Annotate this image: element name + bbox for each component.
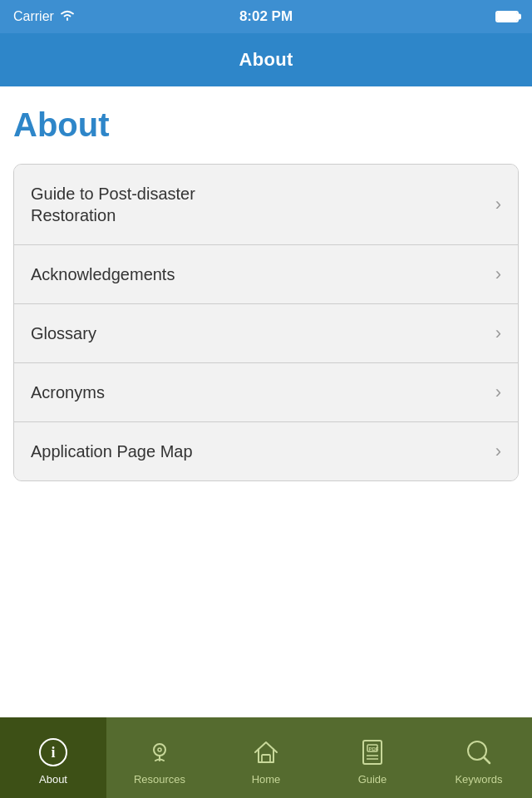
- status-time: 8:02 PM: [239, 8, 293, 25]
- menu-list: Guide to Post-disasterRestoration › Ackn…: [13, 164, 519, 481]
- home-icon: [250, 736, 282, 768]
- tab-resources-label: Resources: [134, 773, 185, 786]
- tab-home-label: Home: [252, 773, 281, 786]
- battery-indicator: [495, 11, 519, 22]
- list-item-pagemap-label: Application Page Map: [31, 441, 487, 462]
- svg-point-3: [158, 748, 161, 751]
- about-icon: i: [37, 736, 69, 768]
- resources-icon: [144, 736, 175, 768]
- tab-keywords-label: Keywords: [455, 773, 502, 786]
- chevron-right-icon: ›: [495, 441, 501, 462]
- tab-bar: i About Resources Home: [0, 717, 532, 798]
- tab-about[interactable]: i About: [0, 717, 106, 798]
- list-item-glossary-label: Glossary: [31, 323, 487, 344]
- tab-about-label: About: [39, 773, 67, 786]
- list-item-guide-label: Guide to Post-disasterRestoration: [31, 183, 487, 226]
- list-item-guide[interactable]: Guide to Post-disasterRestoration ›: [14, 165, 518, 245]
- tab-home[interactable]: Home: [213, 717, 319, 798]
- tab-keywords[interactable]: Keywords: [426, 717, 532, 798]
- svg-text:PDF: PDF: [369, 746, 379, 751]
- list-item-acknowledgements[interactable]: Acknowledgements ›: [14, 245, 518, 304]
- list-item-acronyms-label: Acronyms: [31, 382, 487, 403]
- wifi-icon: [59, 8, 76, 25]
- carrier-label: Carrier: [13, 9, 54, 24]
- chevron-right-icon: ›: [495, 194, 501, 215]
- list-item-pagemap[interactable]: Application Page Map ›: [14, 422, 518, 480]
- chevron-right-icon: ›: [495, 323, 501, 344]
- svg-text:i: i: [51, 744, 55, 761]
- page-heading: About: [13, 106, 519, 144]
- nav-bar: About: [0, 33, 532, 86]
- status-bar: Carrier 8:02 PM: [0, 0, 532, 33]
- tab-resources[interactable]: Resources: [106, 717, 213, 798]
- svg-point-2: [154, 744, 165, 756]
- chevron-right-icon: ›: [495, 382, 501, 403]
- main-content: About Guide to Post-disasterRestoration …: [0, 86, 532, 481]
- list-item-glossary[interactable]: Glossary ›: [14, 304, 518, 363]
- guide-icon: PDF: [357, 736, 388, 768]
- list-item-acronyms[interactable]: Acronyms ›: [14, 363, 518, 422]
- svg-line-11: [484, 757, 490, 763]
- keywords-icon: [463, 736, 495, 768]
- tab-guide-label: Guide: [358, 773, 387, 786]
- svg-rect-4: [262, 755, 270, 762]
- list-item-acknowledgements-label: Acknowledgements: [31, 264, 487, 285]
- tab-guide[interactable]: PDF Guide: [319, 717, 426, 798]
- svg-rect-5: [363, 741, 382, 764]
- carrier-info: Carrier: [13, 8, 76, 25]
- chevron-right-icon: ›: [495, 264, 501, 285]
- nav-title: About: [239, 49, 293, 71]
